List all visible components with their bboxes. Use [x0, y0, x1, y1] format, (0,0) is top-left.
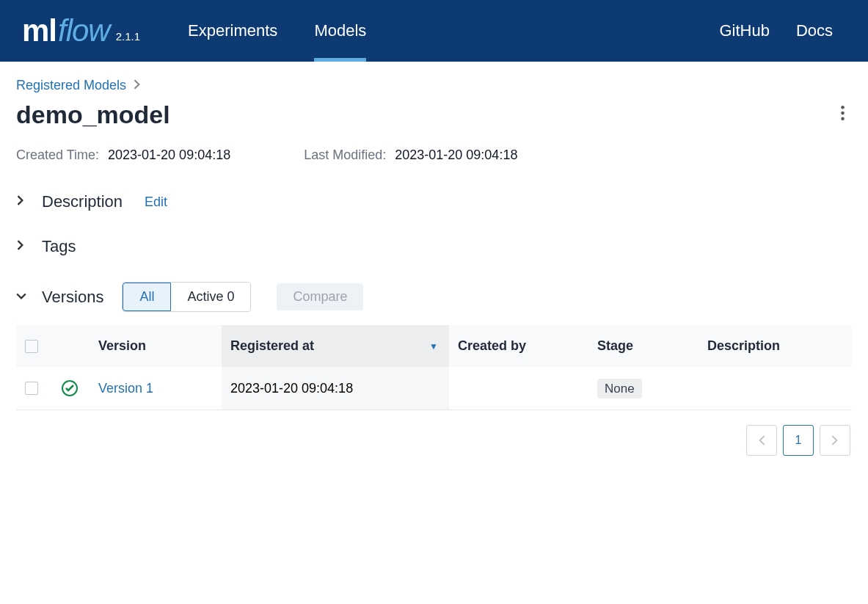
- chevron-right-icon[interactable]: [16, 240, 31, 253]
- pagination: 1: [16, 425, 852, 456]
- column-registered-at[interactable]: Registered at ▼: [222, 325, 449, 367]
- created-time-label: Created Time:: [16, 148, 99, 163]
- svg-point-1: [841, 112, 844, 114]
- created-time-value: 2023-01-20 09:04:18: [108, 148, 230, 163]
- sort-desc-icon: ▼: [429, 341, 438, 352]
- chevron-right-icon[interactable]: [16, 195, 31, 208]
- row-checkbox[interactable]: [25, 382, 38, 395]
- status-ready-icon: [62, 380, 78, 396]
- column-registered-at-label: Registered at: [230, 338, 314, 353]
- breadcrumb: Registered Models: [16, 78, 852, 93]
- versions-table: Version Registered at ▼ Created by Stage…: [16, 325, 852, 410]
- column-description[interactable]: Description: [699, 325, 852, 367]
- link-github[interactable]: GitHub: [706, 21, 782, 40]
- nav-experiments[interactable]: Experiments: [169, 0, 296, 62]
- breadcrumb-link-root[interactable]: Registered Models: [16, 78, 126, 93]
- page-next-button[interactable]: [820, 425, 850, 456]
- last-modified-value: 2023-01-20 09:04:18: [395, 148, 517, 163]
- stage-badge: None: [597, 379, 642, 399]
- logo[interactable]: ml flow 2.1.1: [22, 13, 140, 48]
- compare-button[interactable]: Compare: [277, 283, 363, 310]
- page-prev-button[interactable]: [746, 425, 777, 456]
- more-menu-icon[interactable]: [834, 102, 852, 128]
- meta-row: Created Time: 2023-01-20 09:04:18 Last M…: [16, 148, 852, 163]
- version-label: 2.1.1: [116, 30, 140, 43]
- svg-point-2: [841, 117, 844, 120]
- select-all-checkbox[interactable]: [25, 340, 38, 353]
- filter-all-button[interactable]: All: [123, 283, 171, 311]
- page-title: demo_model: [16, 101, 170, 129]
- table-row: Version 1 2023-01-20 09:04:18 None: [16, 367, 852, 410]
- link-docs[interactable]: Docs: [783, 21, 846, 40]
- edit-link[interactable]: Edit: [145, 194, 167, 210]
- page-1-button[interactable]: 1: [783, 425, 814, 456]
- description-title: Description: [42, 192, 123, 211]
- description-section: Description Edit: [16, 192, 852, 211]
- version-link[interactable]: Version 1: [98, 381, 153, 396]
- last-modified-label: Last Modified:: [304, 148, 386, 163]
- nav-models[interactable]: Models: [296, 0, 384, 62]
- cell-registered-at: 2023-01-20 09:04:18: [222, 367, 449, 410]
- logo-flow: flow: [58, 13, 110, 48]
- tags-title: Tags: [42, 237, 76, 256]
- chevron-right-icon: [134, 79, 141, 92]
- cell-description: [699, 367, 852, 410]
- tags-section: Tags: [16, 237, 852, 256]
- column-created-by[interactable]: Created by: [449, 325, 588, 367]
- versions-title: Versions: [42, 288, 103, 307]
- column-version[interactable]: Version: [90, 325, 222, 367]
- versions-section-header: Versions All Active 0 Compare: [16, 282, 852, 312]
- column-stage[interactable]: Stage: [588, 325, 699, 367]
- app-header: ml flow 2.1.1 Experiments Models GitHub …: [0, 0, 868, 62]
- version-filter-toggle: All Active 0: [122, 282, 251, 312]
- svg-point-0: [841, 106, 844, 109]
- logo-ml: ml: [22, 13, 56, 48]
- filter-active-button[interactable]: Active 0: [171, 283, 250, 311]
- cell-created-by: [449, 367, 588, 410]
- chevron-down-icon[interactable]: [16, 291, 31, 304]
